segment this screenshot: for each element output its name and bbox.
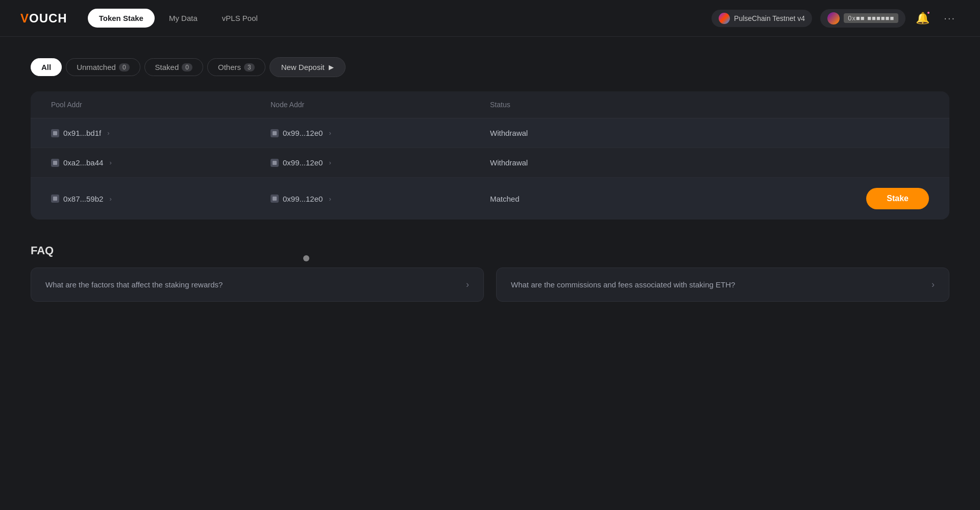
col-node-addr: Node Addr bbox=[271, 101, 490, 109]
action-cell-3[interactable]: Stake bbox=[709, 188, 929, 209]
svg-rect-2 bbox=[53, 161, 57, 165]
faq-card-1[interactable]: What are the factors that affect the sta… bbox=[31, 268, 484, 302]
faq-card-2[interactable]: What are the commissions and fees associ… bbox=[496, 268, 949, 302]
faq-section: FAQ What are the factors that affect the… bbox=[31, 244, 949, 302]
node-addr-3: 0x99...12e0 bbox=[283, 195, 323, 203]
node-addr-chevron-1[interactable]: › bbox=[329, 129, 331, 137]
pool-addr-cell-1: 0x91...bd1f › bbox=[51, 129, 271, 137]
pool-addr-icon-3 bbox=[51, 195, 59, 203]
faq-chevron-2: › bbox=[932, 279, 935, 290]
network-label: PulseChain Testnet v4 bbox=[734, 14, 805, 22]
filter-unmatched-count: 0 bbox=[119, 63, 130, 71]
filter-others[interactable]: Others 3 bbox=[207, 58, 265, 76]
nav-token-stake[interactable]: Token Stake bbox=[88, 9, 155, 28]
filter-staked-label: Staked bbox=[155, 63, 179, 71]
filter-others-count: 3 bbox=[244, 63, 255, 71]
pool-addr-3: 0x87...59b2 bbox=[63, 195, 103, 203]
nav-vpls-pool[interactable]: vPLS Pool bbox=[212, 10, 268, 27]
new-deposit-button[interactable]: New Deposit ▶ bbox=[270, 57, 346, 77]
faq-chevron-1: › bbox=[466, 279, 469, 290]
pool-addr-cell-3: 0x87...59b2 › bbox=[51, 195, 271, 203]
node-addr-1: 0x99...12e0 bbox=[283, 129, 323, 137]
pool-addr-chevron-3[interactable]: › bbox=[109, 195, 111, 203]
faq-question-1: What are the factors that affect the sta… bbox=[45, 280, 223, 289]
new-deposit-arrow-icon: ▶ bbox=[329, 63, 334, 71]
svg-rect-5 bbox=[273, 197, 277, 201]
main-content: All Unmatched 0 Staked 0 Others 3 New De… bbox=[0, 37, 980, 322]
svg-rect-4 bbox=[53, 197, 57, 201]
more-options-button[interactable]: ··· bbox=[940, 10, 960, 26]
node-addr-icon-2 bbox=[271, 159, 279, 167]
header-right: PulseChain Testnet v4 0x■■ ■■■■■■ 🔔 ··· bbox=[712, 9, 960, 28]
pool-addr-chevron-2[interactable]: › bbox=[109, 159, 111, 166]
avatar bbox=[827, 12, 840, 25]
wallet-address: 0x■■ ■■■■■■ bbox=[844, 13, 898, 23]
notifications-button[interactable]: 🔔 bbox=[914, 10, 932, 27]
node-addr-cell-1: 0x99...12e0 › bbox=[271, 129, 490, 137]
network-badge[interactable]: PulseChain Testnet v4 bbox=[712, 10, 812, 27]
filter-unmatched-label: Unmatched bbox=[77, 63, 116, 71]
node-addr-cell-2: 0x99...12e0 › bbox=[271, 158, 490, 167]
status-cell-2: Withdrawal bbox=[490, 158, 709, 167]
table-row: 0x87...59b2 › 0x99...12e0 › Matched Stak… bbox=[31, 178, 949, 220]
table-row: 0xa2...ba44 › 0x99...12e0 › Withdrawal bbox=[31, 148, 949, 178]
filter-unmatched[interactable]: Unmatched 0 bbox=[66, 58, 140, 76]
faq-title: FAQ bbox=[31, 244, 949, 257]
faq-cards: What are the factors that affect the sta… bbox=[31, 268, 949, 302]
logo-text: VOUCH bbox=[20, 11, 67, 26]
notification-dot bbox=[926, 11, 930, 15]
pool-addr-cell-2: 0xa2...ba44 › bbox=[51, 158, 271, 167]
svg-rect-1 bbox=[273, 131, 277, 135]
filter-tabs: All Unmatched 0 Staked 0 Others 3 New De… bbox=[31, 57, 949, 77]
pool-addr-2: 0xa2...ba44 bbox=[63, 158, 103, 167]
node-addr-icon-1 bbox=[271, 129, 279, 137]
table-row: 0x91...bd1f › 0x99...12e0 › Withdrawal bbox=[31, 118, 949, 148]
pool-addr-icon-2 bbox=[51, 159, 59, 167]
table-header: Pool Addr Node Addr Status bbox=[31, 91, 949, 118]
new-deposit-label: New Deposit bbox=[281, 63, 325, 71]
col-action bbox=[709, 101, 929, 109]
filter-staked[interactable]: Staked 0 bbox=[144, 58, 203, 76]
wallet-badge[interactable]: 0x■■ ■■■■■■ bbox=[820, 9, 905, 28]
stake-button[interactable]: Stake bbox=[866, 188, 929, 209]
faq-question-2: What are the commissions and fees associ… bbox=[511, 280, 735, 289]
node-addr-2: 0x99...12e0 bbox=[283, 158, 323, 167]
node-addr-chevron-3[interactable]: › bbox=[329, 195, 331, 203]
col-status: Status bbox=[490, 101, 709, 109]
svg-rect-0 bbox=[53, 131, 57, 135]
logo: VOUCH bbox=[20, 11, 67, 26]
pool-addr-1: 0x91...bd1f bbox=[63, 129, 101, 137]
node-addr-icon-3 bbox=[271, 195, 279, 203]
node-addr-cell-3: 0x99...12e0 › bbox=[271, 195, 490, 203]
pool-addr-chevron-1[interactable]: › bbox=[107, 129, 109, 137]
status-cell-1: Withdrawal bbox=[490, 129, 709, 137]
network-icon bbox=[719, 13, 730, 24]
col-pool-addr: Pool Addr bbox=[51, 101, 271, 109]
filter-all[interactable]: All bbox=[31, 58, 62, 76]
status-cell-3: Matched bbox=[490, 195, 709, 203]
node-addr-chevron-2[interactable]: › bbox=[329, 159, 331, 166]
header: VOUCH Token Stake My Data vPLS Pool Puls… bbox=[0, 0, 980, 37]
stakes-table: Pool Addr Node Addr Status 0x91...bd1f ›… bbox=[31, 91, 949, 220]
filter-others-label: Others bbox=[218, 63, 241, 71]
filter-staked-count: 0 bbox=[182, 63, 192, 71]
nav-my-data[interactable]: My Data bbox=[159, 10, 208, 27]
pool-addr-icon-1 bbox=[51, 129, 59, 137]
svg-rect-3 bbox=[273, 161, 277, 165]
filter-all-label: All bbox=[41, 63, 51, 71]
logo-v: V bbox=[20, 11, 29, 25]
nav-tabs: Token Stake My Data vPLS Pool bbox=[88, 9, 268, 28]
